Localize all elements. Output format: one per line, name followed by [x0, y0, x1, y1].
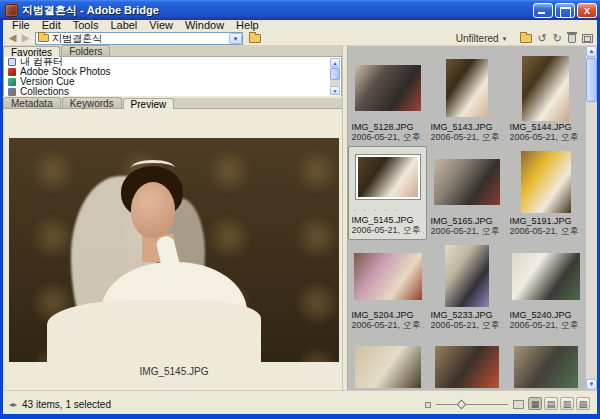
thumbnail-date: 2006-05-21, 오후 12:3...	[510, 226, 582, 236]
tab-folders[interactable]: Folders	[61, 45, 110, 56]
parent-folder-icon[interactable]	[249, 34, 261, 43]
thumbnail-item[interactable]: IMG_5128.JPG2006-05-21, 오후 12:0...	[348, 52, 427, 146]
tab-metadata[interactable]: Metadata	[3, 97, 61, 108]
folder-path-combo[interactable]: 지범결혼식 ▼	[35, 32, 243, 45]
maximize-button[interactable]	[555, 3, 575, 18]
details-view-button[interactable]: ▥	[560, 397, 574, 410]
rating-dots: · · · · ·	[352, 207, 424, 214]
thumbnail-item[interactable]	[506, 334, 585, 390]
filter-dropdown[interactable]: Unfiltered	[456, 33, 499, 44]
menu-tools[interactable]: Tools	[67, 20, 105, 31]
thumbnails-view-button[interactable]: ▦	[528, 397, 542, 410]
thumbnail-image[interactable]	[512, 253, 580, 300]
slider-handle[interactable]	[457, 400, 467, 410]
versions-view-button[interactable]: ▧	[576, 397, 590, 410]
thumbnail-image[interactable]	[522, 56, 569, 121]
new-folder-icon[interactable]	[520, 34, 532, 43]
thumbnail-image[interactable]	[434, 159, 500, 205]
scrollbar-thumb[interactable]	[330, 68, 340, 80]
thumbnail-item[interactable]: · · · · ·IMG_5145.JPG2006-05-21, 오후 12:1…	[348, 146, 427, 240]
title-bar[interactable]: 지범결혼식 - Adobe Bridge	[0, 0, 600, 20]
forward-icon[interactable]: ▶	[19, 31, 32, 45]
filmstrip-view-button[interactable]: ▤	[544, 397, 558, 410]
favorites-items: 내 컴퓨터Adobe Stock PhotosVersion CueCollec…	[4, 57, 341, 96]
rotate-ccw-icon[interactable]: ↺	[538, 32, 547, 45]
bridge-app-icon	[5, 4, 18, 17]
back-icon[interactable]: ◀	[6, 31, 19, 45]
menu-file[interactable]: File	[6, 20, 36, 31]
favorites-scrollbar[interactable]: ▲ ▼	[330, 58, 340, 95]
thumbnail-filename: IMG_5145.JPG	[352, 215, 424, 225]
thumbnail-image[interactable]	[355, 346, 421, 388]
thumbnail-image[interactable]	[354, 253, 422, 300]
favorites-list: 내 컴퓨터Adobe Stock PhotosVersion CueCollec…	[3, 57, 342, 96]
thumbnail-filename: IMG_5143.JPG	[431, 122, 503, 132]
app-body: FileEditToolsLabelViewWindowHelp ◀ ▶ 지범결…	[3, 20, 597, 414]
menu-label[interactable]: Label	[104, 20, 143, 31]
thumbnail-scrollbar[interactable]: ▲ ▼	[586, 46, 597, 390]
thumbnail-image[interactable]	[446, 59, 488, 117]
thumbnail-filename: IMG_5165.JPG	[431, 216, 503, 226]
thumbnail-size-large-icon[interactable]	[513, 400, 524, 409]
left-panel: FavoritesFolders 내 컴퓨터Adobe Stock Photos…	[3, 46, 342, 390]
thumbnail-item[interactable]: IMG_5204.JPG2006-05-21, 오후 12:4...	[348, 240, 427, 334]
menu-window[interactable]: Window	[179, 20, 230, 31]
rotate-cw-icon[interactable]: ↻	[553, 32, 562, 45]
thumbnail-item[interactable]: IMG_5144.JPG2006-05-21, 오후 12:1...	[506, 52, 585, 146]
thumbnail-date: 2006-05-21, 오후 1:04...	[510, 320, 582, 330]
thumbnail-image[interactable]	[355, 65, 421, 111]
thumbnail-image[interactable]	[521, 151, 571, 213]
compact-mode-icon[interactable]	[582, 34, 593, 43]
tab-favorites[interactable]: Favorites	[3, 46, 60, 57]
thumbnail-item[interactable]: IMG_5165.JPG2006-05-21, 오후 12:2...	[427, 146, 506, 240]
version-cue-icon	[8, 78, 16, 86]
collections-icon	[8, 88, 16, 96]
photo-dress	[47, 300, 261, 362]
minimize-button[interactable]	[533, 3, 553, 18]
tab-keywords[interactable]: Keywords	[62, 97, 122, 108]
scroll-up-icon[interactable]: ▲	[586, 46, 597, 57]
scrollbar-thumb[interactable]	[586, 58, 597, 102]
thumbnail-item[interactable]: IMG_5233.JPG2006-05-21, 오후 1:03...	[427, 240, 506, 334]
combo-dropdown-icon[interactable]: ▼	[229, 33, 242, 44]
favorites-item-label: Collections	[20, 87, 69, 96]
preview-image[interactable]	[9, 138, 339, 362]
thumbnail-date: 2006-05-21, 오후 12:1...	[431, 132, 503, 142]
thumbnail-image[interactable]	[514, 346, 578, 388]
toolbar-right: Unfiltered ▼ ↺ ↻	[456, 31, 593, 46]
menu-help[interactable]: Help	[230, 20, 265, 31]
nav-tabs: FavoritesFolders	[3, 46, 342, 57]
thumbnail-image[interactable]	[356, 155, 420, 199]
delete-icon[interactable]	[568, 34, 576, 43]
thumbnail-item[interactable]: IMG_5191.JPG2006-05-21, 오후 12:3...	[506, 146, 585, 240]
filter-caret-icon[interactable]: ▼	[502, 36, 508, 42]
thumbnail-item[interactable]	[427, 334, 506, 390]
thumbnail-panel: IMG_5128.JPG2006-05-21, 오후 12:0...IMG_51…	[348, 46, 597, 390]
menu-view[interactable]: View	[143, 20, 179, 31]
thumbnail-item[interactable]	[348, 334, 427, 390]
scroll-down-icon[interactable]: ▼	[330, 86, 340, 95]
content-area: FavoritesFolders 내 컴퓨터Adobe Stock Photos…	[3, 46, 597, 390]
thumbnail-date: 2006-05-21, 오후 1:03...	[431, 320, 503, 330]
thumbnail-filename: IMG_5233.JPG	[431, 310, 503, 320]
window-controls	[533, 3, 597, 18]
scroll-down-icon[interactable]: ▼	[586, 379, 597, 390]
panel-toggle-icon[interactable]: ◂▸	[9, 400, 17, 410]
photo-tiara	[131, 160, 175, 176]
thumbnail-date: 2006-05-21, 오후 12:1...	[352, 225, 424, 235]
thumbnail-image[interactable]	[435, 346, 499, 388]
thumbnail-date: 2006-05-21, 오후 12:1...	[510, 132, 582, 142]
menu-edit[interactable]: Edit	[36, 20, 67, 31]
thumbnail-item[interactable]: IMG_5143.JPG2006-05-21, 오후 12:1...	[427, 52, 506, 146]
thumbnail-size-slider[interactable]	[436, 400, 508, 409]
thumbnail-item[interactable]: IMG_5240.JPG2006-05-21, 오후 1:04...	[506, 240, 585, 334]
close-button[interactable]	[577, 3, 597, 18]
status-left: ◂▸ 43 items, 1 selected	[9, 399, 111, 410]
tab-preview[interactable]: Preview	[123, 98, 175, 109]
scroll-up-icon[interactable]: ▲	[330, 58, 340, 67]
favorites-item[interactable]: Collections	[4, 87, 341, 96]
thumbnail-filename: IMG_5128.JPG	[352, 122, 424, 132]
thumbnail-size-small-icon[interactable]	[425, 402, 431, 408]
thumbnail-image[interactable]	[445, 245, 489, 307]
window-title: 지범결혼식 - Adobe Bridge	[22, 3, 533, 18]
